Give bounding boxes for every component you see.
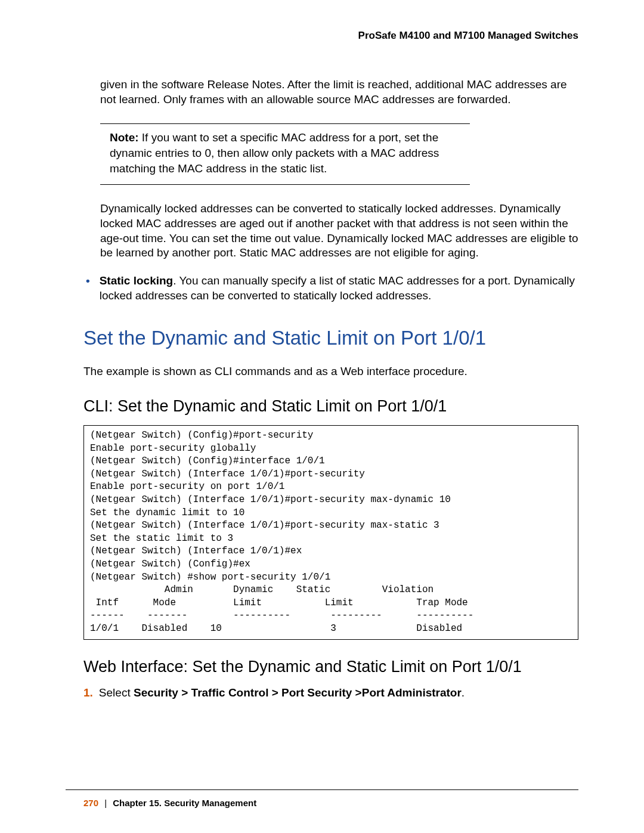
footer-rule [66,789,578,790]
bullet-marker: • [86,274,90,303]
cli-output-box: (Netgear Switch) (Config)#port-security … [83,425,578,640]
paragraph-dynamic-lock: Dynamically locked addresses can be conv… [100,202,578,261]
note-label: Note: [110,131,139,144]
running-header: ProSafe M4100 and M7100 Managed Switches [83,30,578,42]
footer-separator: | [104,798,107,808]
heading-2-cli: CLI: Set the Dynamic and Static Limit on… [83,397,578,416]
page-number: 270 [83,798,98,808]
intro-paragraph: The example is shown as CLI commands and… [83,364,578,379]
page: ProSafe M4100 and M7100 Managed Switches… [0,0,644,833]
step-number: 1. [83,686,93,701]
step-text: Select Security > Traffic Control > Port… [99,686,465,701]
heading-1: Set the Dynamic and Static Limit on Port… [83,327,578,349]
paragraph-continuation: given in the software Release Notes. Aft… [100,78,578,107]
step-pre: Select [99,686,134,699]
note-block: Note: If you want to set a specific MAC … [100,123,470,185]
step-bold: Security > Traffic Control > Port Securi… [134,686,462,699]
note-rule-bottom [100,184,470,185]
chapter-title: Chapter 15. Security Management [113,798,256,808]
bullet-static-locking: • Static locking. You can manually speci… [83,274,578,303]
heading-2-web: Web Interface: Set the Dynamic and Stati… [83,658,578,676]
bullet-text: Static locking. You can manually specify… [100,274,578,303]
step-1: 1. Select Security > Traffic Control > P… [83,686,578,701]
bullet-lead: Static locking [100,274,174,287]
note-text: If you want to set a specific MAC addres… [110,131,439,174]
footer: 270 | Chapter 15. Security Management [83,798,256,808]
step-post: . [462,686,465,699]
note-content: Note: If you want to set a specific MAC … [100,124,470,184]
